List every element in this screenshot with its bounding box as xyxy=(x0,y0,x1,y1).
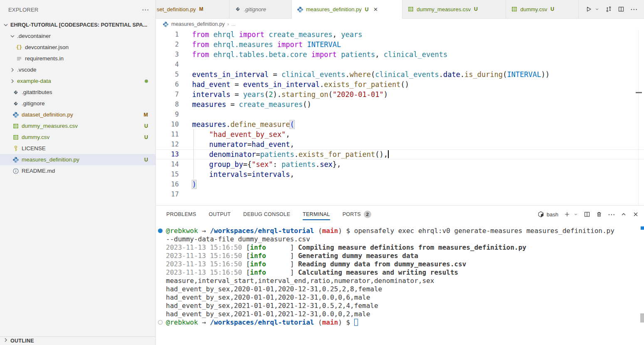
shell-name: bash xyxy=(547,211,558,218)
breadcrumb-symbols[interactable]: ... xyxy=(232,21,236,27)
terminal-overview-marker xyxy=(641,226,644,230)
tree-item-vscode[interactable]: .vscode xyxy=(0,64,155,75)
maximize-panel-icon[interactable] xyxy=(620,211,627,218)
line-number: 4 xyxy=(156,60,179,69)
tree-item-gitattributes[interactable]: .gitattributes xyxy=(0,87,155,98)
code-line-content: intervals = years(2).starting_on("2020-0… xyxy=(179,89,388,99)
tree-item-requirements-in[interactable]: requirements.in xyxy=(0,53,155,64)
tree-item-gitignore[interactable]: .gitignore xyxy=(0,98,155,109)
close-panel-icon[interactable] xyxy=(632,211,639,218)
terminal-dropdown-icon[interactable] xyxy=(573,212,578,217)
panel-tab-output[interactable]: OUTPUT xyxy=(209,206,231,223)
chevron-down-icon xyxy=(2,22,9,28)
tree-item-label: dummy_measures.csv xyxy=(22,123,141,129)
code-line-3[interactable]: 3from ehrql.tables.beta.core import pati… xyxy=(156,50,644,60)
python-icon xyxy=(12,112,19,118)
tree-item-dataset-definition-py[interactable]: dataset_definition.pyM xyxy=(0,109,155,120)
lines-icon xyxy=(16,55,22,62)
code-editor[interactable]: 1from ehrql import create_measures, year… xyxy=(156,30,644,205)
run-dropdown-icon[interactable] xyxy=(595,7,600,12)
tab-git-badge: M xyxy=(199,6,203,12)
tab-dummy-csv[interactable]: dummy.csvU xyxy=(506,0,579,18)
tree-item-license[interactable]: LICENSE xyxy=(0,143,155,154)
code-lines: 1from ehrql import create_measures, year… xyxy=(156,30,644,199)
line-number: 9 xyxy=(156,109,179,119)
line-number: 8 xyxy=(156,99,179,109)
tab-measures-definition-py[interactable]: measures_definition.pyU× xyxy=(292,0,402,19)
command-decoration-icon[interactable] xyxy=(158,228,163,233)
git-status-badge: U xyxy=(144,134,148,140)
split-terminal-icon[interactable] xyxy=(584,211,590,218)
tree-item-measures-definition-py[interactable]: measures_definition.pyU xyxy=(0,154,155,165)
breadcrumb-separator: › xyxy=(227,21,229,27)
tree-item-dummy-measures-csv[interactable]: dummy_measures.csvU xyxy=(0,120,155,132)
terminal-line-8: had_event_by_sex,2020-01-01,2020-12-31,0… xyxy=(166,285,644,293)
new-terminal-icon[interactable] xyxy=(564,211,570,218)
code-line-17[interactable]: 17 xyxy=(156,189,644,199)
code-line-14[interactable]: 14 group_by={"sex": patients.sex}, xyxy=(156,159,644,169)
code-line-content: from ehrql.tables.beta.core import patie… xyxy=(179,50,447,60)
run-icon[interactable] xyxy=(585,6,592,12)
tree-item-dummy-csv[interactable]: dummy.csvU xyxy=(0,132,155,143)
code-line-10[interactable]: 10measures.define_measure( xyxy=(156,119,644,129)
braces-icon: {} xyxy=(16,44,22,51)
tab-set-definition-py[interactable]: set_definition.pyM xyxy=(156,0,229,18)
code-line-1[interactable]: 1from ehrql import create_measures, year… xyxy=(156,30,644,40)
line-number: 14 xyxy=(156,159,179,169)
split-editor-icon[interactable] xyxy=(618,6,624,12)
panel-tab-debug-console[interactable]: DEBUG CONSOLE xyxy=(243,206,290,223)
panel-tab-problems[interactable]: PROBLEMS xyxy=(166,206,196,223)
terminal-line-5: 2023-11-13 15:16:50 [info ] Reading dumm… xyxy=(166,260,644,268)
tab-dummy-measures-csv[interactable]: dummy_measures.csvU xyxy=(402,0,506,18)
code-line-13[interactable]: 13 denominator=patients.exists_for_patie… xyxy=(156,149,644,159)
code-line-9[interactable]: 9 xyxy=(156,109,644,119)
code-line-4[interactable]: 4 xyxy=(156,60,644,69)
terminal[interactable]: @rebkwok → /workspaces/ehrql-tutorial (m… xyxy=(156,223,644,345)
code-line-8[interactable]: 8measures = create_measures() xyxy=(156,99,644,109)
more-icon[interactable]: ⋯ xyxy=(608,211,615,218)
tree-item-ehrql-tutorial-codespaces-po[interactable]: EHRQL-TUTORIAL [CODESPACES: POTENTIAL SP… xyxy=(0,19,155,30)
bottom-panel: PROBLEMSOUTPUTDEBUG CONSOLETERMINALPORTS… xyxy=(156,205,644,345)
code-line-16[interactable]: 16) xyxy=(156,179,644,189)
git-icon xyxy=(234,6,241,12)
editor-cursor xyxy=(388,150,389,158)
code-line-2[interactable]: 2from ehrql.measures import INTERVAL xyxy=(156,40,644,50)
vscode-window: EXPLORER ⋯ EHRQL-TUTORIAL [CODESPACES: P… xyxy=(0,0,644,345)
line-number: 11 xyxy=(156,129,179,139)
code-line-content: ) xyxy=(179,179,196,189)
open-changes-icon[interactable] xyxy=(605,6,612,12)
breadcrumb[interactable]: measures_definition.py › ... xyxy=(156,19,644,30)
tree-item-label: README.md xyxy=(22,168,148,174)
code-line-15[interactable]: 15 intervals=intervals, xyxy=(156,169,644,179)
code-line-11[interactable]: 11 "had_event_by_sex", xyxy=(156,129,644,139)
tree-item-devcontainer[interactable]: .devcontainer xyxy=(0,30,155,42)
code-line-6[interactable]: 6had_event = events_in_interval.exists_f… xyxy=(156,79,644,89)
editor-more-icon[interactable]: ⋯ xyxy=(630,6,637,13)
code-line-5[interactable]: 5events_in_interval = clinical_events.wh… xyxy=(156,69,644,79)
tab-label: measures_definition.py xyxy=(306,6,362,12)
tree-item-example-data[interactable]: example-data xyxy=(0,75,155,87)
close-icon[interactable]: × xyxy=(373,6,378,13)
prompt-decoration-icon[interactable] xyxy=(158,320,163,325)
explorer-more-icon[interactable]: ⋯ xyxy=(142,6,149,13)
tab-gitignore[interactable]: .gitignore xyxy=(229,0,292,18)
code-line-12[interactable]: 12 numerator=had_event, xyxy=(156,139,644,149)
tab-git-badge: U xyxy=(365,7,369,12)
panel-tab-ports[interactable]: PORTS2 xyxy=(343,206,371,223)
trash-icon[interactable] xyxy=(596,211,602,218)
bash-icon xyxy=(538,211,544,218)
shell-selector[interactable]: bash xyxy=(538,211,558,218)
terminal-scrollbar[interactable] xyxy=(640,313,644,323)
code-line-7[interactable]: 7intervals = years(2).starting_on("2020-… xyxy=(156,89,644,99)
outline-section-header[interactable]: OUTLINE xyxy=(0,336,155,345)
tree-item-label: LICENSE xyxy=(22,145,148,151)
line-number: 7 xyxy=(156,89,179,99)
tab-git-badge: U xyxy=(474,6,478,12)
line-number: 15 xyxy=(156,169,179,179)
tree-item-readme-md[interactable]: README.md xyxy=(0,165,155,176)
panel-tab-terminal[interactable]: TERMINAL xyxy=(303,206,330,223)
breadcrumb-file[interactable]: measures_definition.py xyxy=(171,21,225,27)
terminal-line-9: had_event_by_sex,2020-01-01,2020-12-31,0… xyxy=(166,293,644,302)
key-icon xyxy=(12,145,19,152)
tree-item-devcontainer-json[interactable]: {}devcontainer.json xyxy=(0,42,155,53)
